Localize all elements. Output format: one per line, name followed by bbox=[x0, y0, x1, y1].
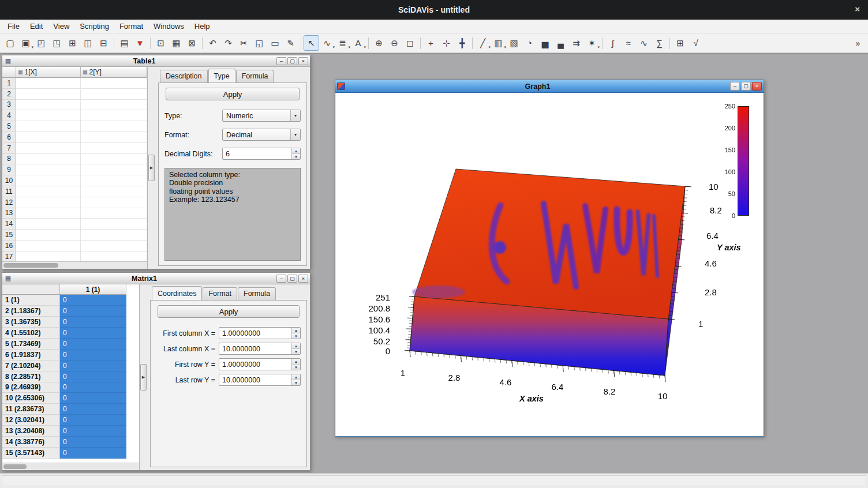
matrix1-cell[interactable]: 0 bbox=[60, 426, 126, 437]
matrix1-row-header[interactable]: 8 (2.28571) bbox=[2, 371, 60, 382]
tab-format[interactable]: Format bbox=[203, 287, 237, 301]
stepper-down-icon[interactable]: ▼ bbox=[292, 365, 300, 370]
add-image-button[interactable]: ▧ bbox=[506, 35, 522, 51]
graph1-titlebar[interactable]: Graph1 – ▢ × bbox=[335, 80, 764, 93]
new-aspect-button[interactable]: ▣ bbox=[18, 35, 33, 51]
table1-cell-y[interactable] bbox=[81, 175, 147, 186]
plot-histogram-button[interactable]: ▄ bbox=[553, 35, 568, 51]
table1-row-header[interactable]: 2 bbox=[2, 89, 16, 100]
table1-cell-x[interactable] bbox=[16, 197, 81, 208]
matrix1-cell[interactable]: 0 bbox=[60, 437, 126, 448]
table1-cell-y[interactable] bbox=[81, 132, 147, 143]
table1-cell-x[interactable] bbox=[16, 164, 81, 175]
script-editor-button[interactable]: ✎ bbox=[283, 35, 298, 51]
table1-cell-x[interactable] bbox=[16, 154, 81, 165]
table1-row-header[interactable]: 12 bbox=[2, 197, 16, 208]
table1-cell-x[interactable] bbox=[16, 251, 81, 261]
table1-cell-y[interactable] bbox=[81, 230, 147, 241]
matrix1-row-header[interactable]: 7 (2.10204) bbox=[2, 361, 60, 371]
matrix1-close-button[interactable]: × bbox=[298, 275, 308, 283]
table1-row-header[interactable]: 10 bbox=[2, 175, 16, 186]
stepper-down-icon[interactable]: ▼ bbox=[292, 333, 300, 339]
new-project-button[interactable]: ▢ bbox=[2, 35, 18, 51]
matrix1-hscrollbar[interactable] bbox=[2, 463, 139, 470]
move-points-button[interactable]: ╋ bbox=[454, 35, 470, 51]
undo-button[interactable]: ↶ bbox=[205, 35, 220, 51]
matrix1-row-header[interactable]: 11 (2.83673) bbox=[2, 404, 60, 415]
table1-cell-y[interactable] bbox=[81, 208, 147, 219]
matrix1-row-header[interactable]: 5 (1.73469) bbox=[2, 339, 60, 350]
matrix1-row-header[interactable]: 13 (3.20408) bbox=[2, 426, 60, 437]
matrix1-cell[interactable]: 0 bbox=[60, 404, 126, 415]
tab-formula[interactable]: Formula bbox=[238, 287, 276, 301]
plot-3d-button[interactable]: ▥ bbox=[491, 35, 506, 51]
matrix1-cell[interactable]: 0 bbox=[60, 339, 126, 350]
tab-formula[interactable]: Formula bbox=[236, 70, 274, 84]
table1-splitter[interactable]: ▶ bbox=[148, 67, 155, 269]
table1-row-header[interactable]: 17 bbox=[2, 251, 16, 261]
zoom-in-button[interactable]: ⊕ bbox=[371, 35, 387, 51]
coordinate-value[interactable]: 1.00000000 bbox=[219, 359, 291, 370]
table1-row-header[interactable]: 13 bbox=[2, 208, 16, 219]
scrollbar-thumb[interactable] bbox=[3, 464, 27, 469]
table1-cell-y[interactable] bbox=[81, 121, 147, 132]
dropdown-arrow-icon[interactable]: ▾ bbox=[290, 129, 300, 140]
scrollbar-thumb[interactable] bbox=[3, 263, 58, 268]
coordinate-value[interactable]: 10.0000000 bbox=[219, 343, 291, 354]
cut-button[interactable]: ✂ bbox=[236, 35, 252, 51]
menu-file[interactable]: File bbox=[2, 20, 25, 32]
matrix1-row-header[interactable]: 9 (2.46939) bbox=[2, 382, 60, 393]
format-select[interactable]: Decimal ▾ bbox=[222, 129, 301, 141]
table1-row-header[interactable]: 15 bbox=[2, 230, 16, 241]
table1-maximize-button[interactable]: ▢ bbox=[287, 57, 297, 65]
select-range-button[interactable]: ⊹ bbox=[439, 35, 454, 51]
zoom-out-button[interactable]: ⊖ bbox=[387, 35, 402, 51]
table1-cell-x[interactable] bbox=[16, 132, 81, 143]
table1-cell-y[interactable] bbox=[81, 197, 147, 208]
graph1-close-button[interactable]: × bbox=[752, 82, 762, 91]
table1-cell-y[interactable] bbox=[81, 110, 147, 121]
matrix1-cell[interactable]: 0 bbox=[60, 350, 126, 361]
lock-toolbars-button[interactable]: ⊠ bbox=[184, 35, 200, 51]
save-template-button[interactable]: ⊟ bbox=[96, 35, 111, 51]
table1-row-header[interactable]: 9 bbox=[2, 164, 16, 175]
menu-help[interactable]: Help bbox=[189, 20, 215, 32]
plot-curve-button[interactable]: ∿ bbox=[319, 35, 335, 51]
matrix1-row-header[interactable]: 14 (3.38776) bbox=[2, 437, 60, 448]
open-template-button[interactable]: ◳ bbox=[49, 35, 65, 51]
matrix1-row-header[interactable]: 3 (1.36735) bbox=[2, 317, 60, 328]
preferences-button[interactable]: ▦ bbox=[169, 35, 184, 51]
table1-cell-y[interactable] bbox=[81, 89, 147, 100]
table1-row-header[interactable]: 5 bbox=[2, 121, 16, 132]
matrix1-row-header[interactable]: 2 (1.18367) bbox=[2, 306, 60, 317]
table1-cell-y[interactable] bbox=[81, 219, 147, 230]
copy-button[interactable]: ◱ bbox=[252, 35, 267, 51]
matrix1-titlebar[interactable]: ▦ Matrix1 – ▢ × bbox=[2, 273, 310, 284]
plot-pie-button[interactable]: ◔ bbox=[522, 35, 537, 51]
table1-cell-x[interactable] bbox=[16, 121, 81, 132]
matrix1-splitter[interactable]: ▶ bbox=[140, 284, 147, 470]
app-close-button[interactable]: × bbox=[855, 4, 860, 14]
find-button[interactable]: ⊡ bbox=[153, 35, 169, 51]
matrix1-apply-button[interactable]: Apply bbox=[158, 305, 300, 318]
coordinate-stepper[interactable]: 1.00000000 ▲ ▼ bbox=[219, 327, 301, 339]
plot-bars-button[interactable]: ▅ bbox=[537, 35, 553, 51]
rescale-button[interactable]: ◻ bbox=[402, 35, 418, 51]
table1-corner-header[interactable] bbox=[2, 67, 16, 78]
decimal-digits-stepper[interactable]: 6 ▲ ▼ bbox=[222, 148, 301, 160]
table1-row-header[interactable]: 11 bbox=[2, 186, 16, 197]
stepper-down-icon[interactable]: ▼ bbox=[292, 349, 300, 354]
matrix1-cell[interactable]: 0 bbox=[60, 328, 126, 339]
tab-coordinates[interactable]: Coordinates bbox=[152, 286, 202, 300]
table1-cell-x[interactable] bbox=[16, 208, 81, 219]
matrix1-cell[interactable]: 0 bbox=[60, 361, 126, 371]
table1-cell-y[interactable] bbox=[81, 78, 147, 89]
matrix1-cell[interactable]: 0 bbox=[60, 393, 126, 404]
splitter-expand-button[interactable]: ▶ bbox=[148, 155, 155, 181]
table1-titlebar[interactable]: ▦ Table1 – ▢ × bbox=[2, 55, 310, 67]
graph1-maximize-button[interactable]: ▢ bbox=[741, 82, 751, 91]
table1-cell-x[interactable] bbox=[16, 175, 81, 186]
matrix1-row-header[interactable]: 6 (1.91837) bbox=[2, 350, 60, 361]
table1-cell-y[interactable] bbox=[81, 186, 147, 197]
table1-cell-x[interactable] bbox=[16, 241, 81, 251]
